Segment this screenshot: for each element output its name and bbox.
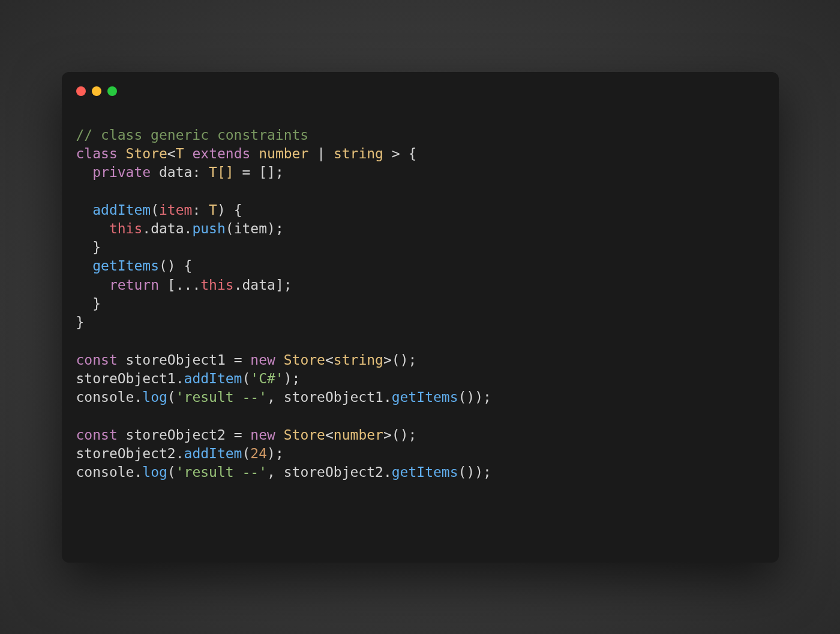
code-token: >	[383, 352, 392, 368]
code-token: Store	[126, 146, 167, 161]
code-token: const	[76, 427, 118, 443]
code-token: storeObject2	[76, 446, 176, 461]
code-token	[275, 427, 284, 443]
code-token: .	[134, 389, 142, 405]
code-token: .	[383, 389, 392, 405]
code-token: <	[325, 427, 334, 443]
code-token: number	[334, 427, 383, 443]
code-token	[118, 146, 126, 161]
code-token: :	[192, 164, 209, 180]
code-token: <	[325, 352, 334, 368]
code-token: .	[383, 464, 392, 480]
code-token: =	[226, 427, 251, 443]
code-token: console	[76, 389, 134, 405]
code-token: Store	[284, 352, 325, 368]
code-token: ...	[176, 277, 201, 293]
code-token: (	[242, 446, 250, 461]
code-token: return	[109, 277, 159, 293]
code-token: .	[176, 371, 184, 386]
code-token: number	[259, 146, 308, 161]
code-token: storeObject2	[284, 464, 383, 480]
minimize-button[interactable]	[92, 86, 101, 96]
code-token: storeObject1	[76, 371, 176, 386]
code-token: const	[76, 352, 118, 368]
code-comment: // class generic constraints	[76, 127, 309, 143]
code-token: )	[475, 464, 483, 480]
code-editor-window: // class generic constraints class Store…	[62, 72, 779, 563]
code-token: ;	[483, 464, 491, 480]
code-token	[118, 352, 126, 368]
code-token: new	[250, 427, 275, 443]
code-token: log	[142, 389, 167, 405]
code-token: ;	[409, 352, 417, 368]
code-token: )	[267, 221, 275, 236]
code-token: addItem	[184, 446, 242, 461]
code-token: 'result --'	[176, 389, 267, 405]
code-token: ,	[267, 389, 284, 405]
code-token: storeObject1	[284, 389, 383, 405]
code-token	[76, 239, 93, 255]
code-token: :	[192, 202, 209, 218]
code-token: {	[226, 202, 242, 218]
code-token: =	[226, 352, 251, 368]
code-token: getItems	[392, 389, 458, 405]
code-token	[76, 296, 93, 311]
code-token: 'C#'	[250, 371, 283, 386]
code-token: }	[92, 239, 101, 255]
code-token: log	[142, 464, 167, 480]
code-token	[275, 352, 284, 368]
code-token: console	[76, 464, 134, 480]
code-token: ()	[392, 427, 409, 443]
code-token: getItems	[392, 464, 458, 480]
code-token: |	[308, 146, 334, 161]
code-token	[76, 221, 109, 236]
code-token: <	[167, 146, 176, 161]
code-token: >	[383, 146, 400, 161]
code-token: data	[151, 164, 192, 180]
code-token: class	[76, 146, 118, 161]
code-token: ;	[275, 221, 284, 236]
code-token: T	[209, 202, 217, 218]
close-button[interactable]	[76, 86, 86, 96]
code-token: data	[242, 277, 275, 293]
code-token	[76, 202, 93, 218]
code-token: getItems	[92, 258, 159, 274]
code-token	[76, 277, 109, 293]
code-token	[184, 146, 193, 161]
code-token: )	[475, 389, 483, 405]
window-titlebar	[76, 86, 764, 96]
code-token: ;	[409, 427, 417, 443]
code-token: addItem	[92, 202, 151, 218]
code-token: T	[176, 146, 184, 161]
code-token	[159, 277, 167, 293]
code-token: .	[234, 277, 242, 293]
code-token: push	[192, 221, 225, 236]
code-token: this	[200, 277, 233, 293]
code-token: )	[284, 371, 292, 386]
code-token: this	[109, 221, 142, 236]
code-token: (	[167, 389, 176, 405]
code-token: .	[176, 446, 184, 461]
code-token: ;	[284, 277, 292, 293]
code-token: (	[167, 464, 176, 480]
code-token: ;	[275, 446, 284, 461]
code-token: extends	[192, 146, 250, 161]
code-token: ;	[275, 164, 284, 180]
code-token: (	[242, 371, 250, 386]
code-token: storeObject2	[126, 427, 226, 443]
code-token: ()	[458, 389, 475, 405]
code-token: ()	[159, 258, 176, 274]
code-token: ]	[275, 277, 284, 293]
code-token: ;	[292, 371, 301, 386]
code-token: (	[151, 202, 159, 218]
code-token: )	[267, 446, 275, 461]
code-token: []	[259, 164, 275, 180]
code-token: item	[159, 202, 192, 218]
maximize-button[interactable]	[107, 86, 117, 96]
code-content[interactable]: // class generic constraints class Store…	[76, 126, 764, 482]
code-token: T[]	[209, 164, 234, 180]
code-token: .	[142, 221, 151, 236]
code-token: 'result --'	[176, 464, 267, 480]
code-token: new	[250, 352, 275, 368]
code-token: ()	[392, 352, 409, 368]
